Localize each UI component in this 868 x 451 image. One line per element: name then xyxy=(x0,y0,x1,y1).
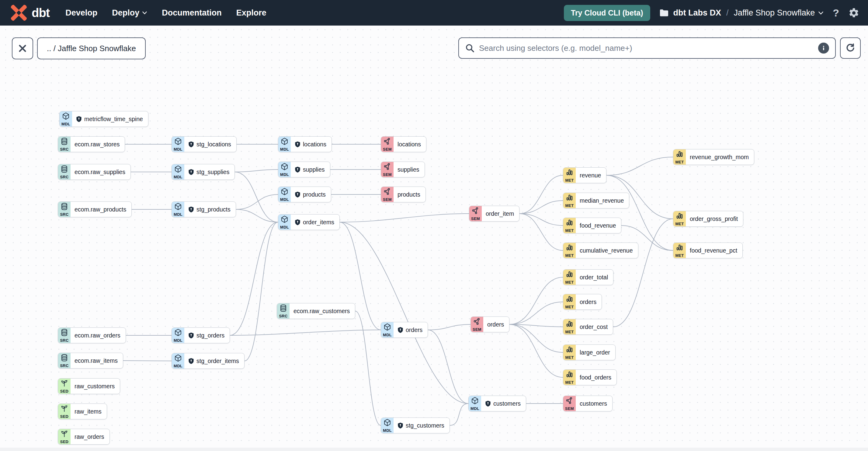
graph-node-src_orders[interactable]: SRC ecom.raw_orders xyxy=(58,327,126,343)
gear-icon[interactable] xyxy=(848,7,860,19)
database-icon xyxy=(60,202,68,212)
graph-node-met_cumulative_revenue[interactable]: MET cumulative_revenue xyxy=(563,243,639,259)
semantic-network-icon xyxy=(473,318,481,327)
node-type-chip: SED xyxy=(58,404,70,419)
database-icon xyxy=(60,165,68,174)
graph-node-seed_raw_orders[interactable]: SED raw_orders xyxy=(58,429,110,445)
nav-item-documentation[interactable]: Documentation xyxy=(162,8,222,18)
graph-node-sem_order_item[interactable]: SEM order_item xyxy=(469,206,520,221)
shield-icon xyxy=(295,191,301,198)
node-type-chip: MDL xyxy=(172,328,184,343)
node-type-chip: MDL xyxy=(381,418,394,433)
graph-node-stg_locations[interactable]: MDL stg_locations xyxy=(172,136,237,152)
node-type-chip: SEM xyxy=(471,317,483,332)
node-label: order_gross_profit xyxy=(690,215,738,222)
graph-node-mdl_supplies[interactable]: MDL supplies xyxy=(278,161,330,177)
seedling-icon xyxy=(60,379,68,389)
node-type-chip: MDL xyxy=(278,187,291,202)
graph-node-met_order_gross_profit[interactable]: MET order_gross_profit xyxy=(673,211,743,227)
graph-node-met_order_cost[interactable]: MET order_cost xyxy=(563,319,613,335)
node-type-label: SEM xyxy=(383,147,392,152)
node-label: locations xyxy=(303,141,326,148)
shield-icon xyxy=(485,400,491,407)
graph-node-stg_supplies[interactable]: MDL stg_supplies xyxy=(172,164,235,180)
graph-node-met_food_revenue_pct[interactable]: MET food_revenue_pct xyxy=(673,243,743,259)
graph-node-seed_raw_customers[interactable]: SED raw_customers xyxy=(58,378,120,394)
graph-node-mdl_locations[interactable]: MDL locations xyxy=(278,136,332,152)
close-lineage-button[interactable] xyxy=(12,37,33,59)
cube-icon xyxy=(280,215,289,224)
bar-chart-icon xyxy=(565,370,574,380)
graph-node-src_customers[interactable]: SRC ecom.raw_customers xyxy=(277,303,355,319)
graph-node-met_food_orders[interactable]: MET food_orders xyxy=(563,369,617,385)
node-type-chip: MET xyxy=(563,319,576,334)
graph-node-stg_products[interactable]: MDL stg_products xyxy=(172,202,236,217)
node-type-label: MDL xyxy=(174,147,183,152)
graph-node-met_median_revenue[interactable]: MET median_revenue xyxy=(563,192,629,208)
node-type-label: MET xyxy=(565,228,574,233)
node-label: median_revenue xyxy=(580,197,624,204)
node-type-chip: MET xyxy=(563,294,576,309)
graph-node-met_orders[interactable]: MET orders xyxy=(563,294,602,310)
node-label: locations xyxy=(398,141,421,148)
lineage-canvas[interactable]: MDL metricflow_time_spine SRC ecom.raw_s… xyxy=(0,0,868,451)
node-type-chip: SED xyxy=(58,429,70,444)
graph-node-sem_locations[interactable]: SEM locations xyxy=(381,136,426,152)
graph-node-src_supplies[interactable]: SRC ecom.raw_supplies xyxy=(58,164,131,180)
graph-node-met_large_order[interactable]: MET large_order xyxy=(563,344,616,360)
node-type-chip: MDL xyxy=(60,111,72,127)
semantic-network-icon xyxy=(383,137,392,147)
graph-node-sem_orders[interactable]: SEM orders xyxy=(470,317,509,332)
account-name[interactable]: dbt Labs DX xyxy=(673,8,721,18)
node-label: ecom.raw_stores xyxy=(74,141,120,148)
seedling-icon xyxy=(60,430,68,439)
help-icon[interactable]: ? xyxy=(833,7,839,19)
node-label: food_revenue_pct xyxy=(690,247,737,254)
graph-node-src_items[interactable]: SRC ecom.raw_items xyxy=(58,353,123,368)
graph-node-seed_raw_items[interactable]: SED raw_items xyxy=(58,403,107,419)
graph-node-met_food_revenue[interactable]: MET food_revenue xyxy=(563,218,621,233)
graph-node-sem_customers[interactable]: SEM customers xyxy=(563,396,613,412)
nav-item-develop[interactable]: Develop xyxy=(65,8,97,18)
cube-icon xyxy=(62,112,70,121)
node-type-label: SRC xyxy=(60,212,68,217)
graph-node-mdl_products[interactable]: MDL products xyxy=(278,186,331,202)
project-switcher[interactable]: Jaffle Shop Snowflake xyxy=(734,8,824,18)
node-type-chip: MET xyxy=(563,270,576,285)
nav-item-deploy[interactable]: Deploy xyxy=(112,8,147,18)
graph-node-met_revenue[interactable]: MET revenue xyxy=(563,168,607,183)
node-type-chip: SEM xyxy=(381,162,394,177)
info-icon[interactable] xyxy=(818,42,829,54)
node-type-label: MET xyxy=(565,178,574,183)
cube-icon xyxy=(471,396,479,406)
graph-node-src_stores[interactable]: SRC ecom.raw_stores xyxy=(58,136,125,152)
graph-node-src_products[interactable]: SRC ecom.raw_products xyxy=(58,202,132,217)
graph-node-mdl_customers[interactable]: MDL customers xyxy=(468,396,526,412)
node-type-label: MET xyxy=(565,355,574,360)
graph-node-metricflow_time_spine[interactable]: MDL metricflow_time_spine xyxy=(59,111,148,127)
graph-node-mdl_order_items[interactable]: MDL order_items xyxy=(278,214,340,230)
node-type-chip: MET xyxy=(563,193,576,208)
node-type-chip: MDL xyxy=(172,202,184,217)
dbt-logo[interactable]: dbt xyxy=(10,4,50,21)
graph-node-stg_customers[interactable]: MDL stg_customers xyxy=(381,418,450,433)
node-type-chip: SRC xyxy=(58,202,70,217)
selector-search-input[interactable] xyxy=(479,43,814,53)
node-type-chip: SEM xyxy=(381,187,394,202)
graph-node-met_order_total[interactable]: MET order_total xyxy=(563,269,614,285)
nav-item-explore[interactable]: Explore xyxy=(236,8,267,18)
graph-node-sem_products[interactable]: SEM products xyxy=(381,186,426,202)
horizontal-scrollbar[interactable] xyxy=(0,448,868,451)
graph-node-mdl_orders[interactable]: MDL orders xyxy=(381,322,428,338)
node-label: products xyxy=(398,191,420,198)
graph-node-stg_order_items[interactable]: MDL stg_order_items xyxy=(172,353,245,369)
try-cloud-cli-button[interactable]: Try Cloud CLI (beta) xyxy=(564,5,650,21)
graph-node-stg_orders[interactable]: MDL stg_orders xyxy=(172,327,230,343)
bar-chart-icon xyxy=(676,212,684,221)
cube-icon xyxy=(383,418,392,428)
lineage-breadcrumb[interactable]: .. / Jaffle Shop Snowflake xyxy=(37,37,146,59)
node-type-chip: MDL xyxy=(278,137,291,152)
graph-node-sem_supplies[interactable]: SEM supplies xyxy=(381,161,425,177)
refresh-lineage-button[interactable] xyxy=(840,37,861,59)
graph-node-met_revenue_growth_mom[interactable]: MET revenue_growth_mom xyxy=(673,149,754,165)
